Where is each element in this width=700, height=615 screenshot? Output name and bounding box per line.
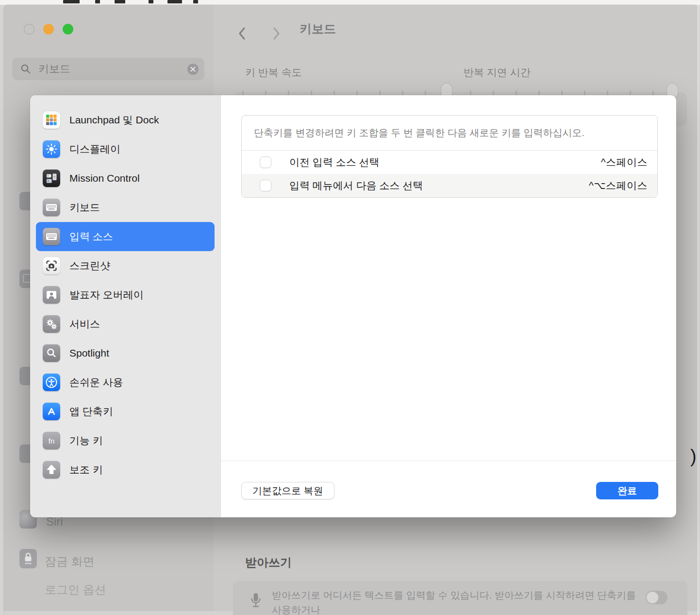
spotlight-icon	[43, 344, 60, 362]
keyboard-icon	[43, 199, 60, 216]
dialog-footer: 기본값으로 복원 완료	[221, 461, 676, 517]
shortcuts-table: 단축키를 변경하려면 키 조합을 두 번 클릭한 다음 새로운 키를 입력하십시…	[241, 115, 658, 198]
search-input[interactable]: 키보드	[12, 58, 204, 80]
minimize-button[interactable]	[43, 24, 54, 34]
sidebar-item-app-shortcuts[interactable]: 앱 단축키	[36, 397, 215, 426]
clipped-text-mark	[95, 0, 100, 3]
shift-icon	[43, 461, 60, 478]
search-value: 키보드	[38, 62, 187, 76]
shortcut-keys[interactable]: ^⌥스페이스	[589, 179, 648, 192]
svg-text:fn: fn	[49, 437, 55, 445]
page-title: 키보드	[300, 21, 336, 37]
sidebar-item-label: 보조 키	[69, 463, 103, 477]
sidebar-item-launchpad-dock[interactable]: Launchpad 및 Dock	[36, 105, 215, 135]
shortcuts-instruction: 단축키를 변경하려면 키 조합을 두 번 클릭한 다음 새로운 키를 입력하십시…	[242, 116, 657, 151]
sidebar-item-presenter-overlay[interactable]: 발표자 오버레이	[36, 280, 215, 309]
launchpad-icon	[43, 111, 60, 129]
presenter-icon	[43, 286, 60, 304]
restore-defaults-button[interactable]: 기본값으로 복원	[241, 482, 334, 499]
screenshot-icon	[43, 257, 60, 274]
clipped-text-mark	[63, 0, 80, 3]
sidebar-item-login-options[interactable]: 로그인 옵션	[45, 582, 106, 598]
appstore-icon	[43, 403, 60, 420]
sidebar-item-spotlight[interactable]: Spotlight	[36, 339, 215, 368]
sidebar-item-services[interactable]: 서비스	[36, 309, 215, 339]
forward-icon[interactable]	[271, 26, 281, 43]
shortcut-row[interactable]: 입력 메뉴에서 다음 소스 선택^⌥스페이스	[242, 174, 657, 197]
sidebar-item-accessibility[interactable]: 손쉬운 사용	[36, 368, 215, 397]
sidebar-item-label: 스크린샷	[69, 259, 110, 273]
keyboard-icon	[43, 228, 60, 245]
sidebar-item-keyboard[interactable]: 키보드	[36, 193, 215, 222]
sidebar-item-mission-control[interactable]: Mission Control	[36, 164, 215, 193]
keyboard-shortcuts-dialog: Launchpad 및 Dock디스플레이 Mission Control키보드…	[30, 95, 676, 517]
sidebar-item-input-sources[interactable]: 입력 소스	[36, 222, 215, 251]
repeat-delay-label: 반복 지연 시간	[464, 66, 531, 79]
shortcut-keys[interactable]: ^스페이스	[601, 155, 648, 169]
sidebar-item-label: 발표자 오버레이	[69, 288, 144, 302]
sidebar-item-label: 입력 소스	[69, 230, 113, 243]
sidebar-item-display[interactable]: 디스플레이	[36, 135, 215, 164]
clipped-text-mark	[149, 0, 153, 3]
accessibility-icon	[43, 374, 60, 391]
sidebar-item-lock-screen[interactable]: 잠금 화면	[45, 554, 95, 569]
sidebar-item-screenshots[interactable]: 스크린샷	[36, 251, 215, 280]
shortcut-checkbox[interactable]	[260, 156, 271, 168]
sidebar-item-label: 앱 단축키	[69, 405, 113, 418]
shortcut-label: 이전 입력 소스 선택	[289, 155, 380, 169]
sidebar-item-label: 서비스	[69, 317, 100, 331]
sidebar-item-modifier-keys[interactable]: 보조 키	[36, 455, 215, 484]
dictation-toggle[interactable]	[646, 591, 667, 604]
clear-search-icon[interactable]	[187, 64, 199, 75]
clipped-text-mark	[193, 0, 198, 3]
fn-icon: fn	[43, 432, 60, 449]
sidebar-item-label: Launchpad 및 Dock	[69, 113, 159, 127]
shortcut-row[interactable]: 이전 입력 소스 선택^스페이스	[242, 151, 657, 174]
shortcut-checkbox[interactable]	[260, 180, 271, 191]
key-repeat-rate-label: 키 반복 속도	[245, 66, 302, 79]
back-icon[interactable]	[237, 26, 247, 43]
clipped-glyph: )	[690, 446, 697, 467]
clipped-text-mark	[115, 0, 125, 3]
sidebar-item-label: Spotlight	[69, 347, 109, 359]
dictation-heading: 받아쓰기	[245, 555, 292, 570]
sidebar-item-function-keys[interactable]: fn기능 키	[36, 426, 215, 455]
background-window-strip	[0, 0, 700, 5]
lock-icon	[19, 549, 37, 568]
sidebar-item-label: Mission Control	[69, 172, 140, 184]
dictation-card: 받아쓰기로 어디서든 텍스트를 입력할 수 있습니다. 받아쓰기를 시작하려면 …	[233, 581, 687, 615]
toggle-knob	[647, 592, 658, 603]
done-button[interactable]: 완료	[596, 482, 658, 499]
search-icon	[20, 63, 32, 75]
clipped-text-mark	[167, 0, 182, 3]
background-window-edge	[698, 5, 700, 615]
screen: ) 키보드 Siri 잠금 화면	[0, 0, 700, 615]
sidebar-item-label: 손쉬운 사용	[69, 376, 123, 389]
shortcuts-sidebar: Launchpad 및 Dock디스플레이 Mission Control키보드…	[30, 95, 221, 517]
sidebar-item-label: 디스플레이	[69, 142, 120, 156]
mission-control-icon	[43, 170, 60, 187]
shortcut-label: 입력 메뉴에서 다음 소스 선택	[289, 179, 423, 192]
display-icon	[43, 140, 60, 158]
sidebar-item-label: 키보드	[69, 201, 100, 214]
services-icon	[43, 315, 60, 333]
close-button[interactable]	[24, 24, 34, 34]
sidebar-item-label: 기능 키	[69, 434, 103, 447]
zoom-button[interactable]	[63, 24, 73, 34]
dictation-description: 받아쓰기로 어디서든 텍스트를 입력할 수 있습니다. 받아쓰기를 시작하려면 …	[272, 588, 646, 615]
microphone-icon	[249, 592, 263, 613]
